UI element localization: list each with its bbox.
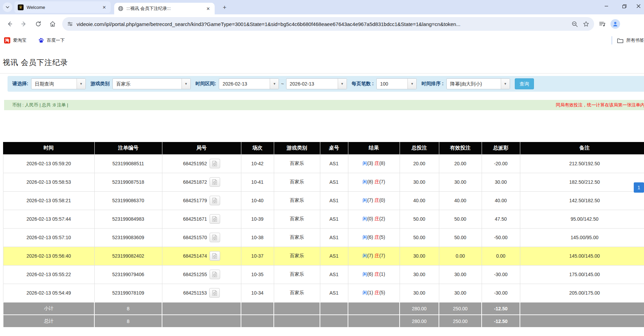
result-banker-value: (7)	[379, 179, 385, 184]
cell-result: 闲(1) 庄(5)	[348, 284, 400, 302]
video-replay-icon[interactable]	[210, 214, 220, 224]
summary-empty	[241, 315, 274, 327]
video-replay-icon[interactable]	[210, 233, 220, 242]
home-icon[interactable]	[46, 18, 59, 30]
cell-payout: 47.50	[482, 210, 520, 228]
result-banker-label: 庄	[374, 253, 379, 258]
cell-valid-bet: 30.00	[439, 173, 482, 191]
tab-search-caret-icon[interactable]	[3, 2, 12, 12]
tab-close-icon[interactable]: ✕	[205, 5, 211, 12]
cell-game-type: 百家乐	[274, 210, 320, 228]
result-banker-value: (5)	[379, 290, 385, 295]
result-banker-value: (2)	[379, 216, 385, 221]
game-type-label: 游戏类别	[91, 81, 110, 87]
address-bar[interactable]: videoie.com/ipl/portal.php/game/betrecor…	[62, 17, 594, 31]
query-type-value: 日期查询	[31, 79, 77, 89]
cell-note: 212.50/192.50	[520, 154, 644, 173]
cell-game-type: 百家乐	[274, 228, 320, 247]
video-replay-icon[interactable]	[209, 288, 220, 298]
bookmark-baidu[interactable]: 百度一下	[38, 37, 65, 43]
profile-avatar[interactable]	[611, 19, 620, 29]
chevron-down-icon[interactable]: ▼	[77, 79, 85, 89]
cell-time: 2026-02-13 05:59:20	[3, 154, 94, 173]
cell-round: 684251255	[162, 265, 241, 284]
round-number: 684251872	[183, 179, 207, 185]
chevron-down-icon[interactable]: ▼	[501, 79, 510, 89]
bookmarks-bar: 淘 爱淘宝 百度一下 所有书签	[0, 34, 644, 47]
summary-left-text: 币别 : 人民币 | 总共 :8 注单 |	[4, 102, 68, 108]
cell-session: 10-34	[241, 284, 274, 302]
cell-bet-id: 523199083609	[94, 228, 162, 247]
browser-toolbar: videoie.com/ipl/portal.php/game/betrecor…	[0, 14, 644, 34]
url-text[interactable]: videoie.com/ipl/portal.php/game/betrecor…	[77, 21, 567, 27]
cell-valid-bet: 30.00	[439, 265, 482, 284]
bookmark-aitaobao[interactable]: 淘 爱淘宝	[4, 37, 26, 43]
game-type-value: 百家乐	[113, 79, 182, 89]
forward-icon[interactable]	[18, 18, 30, 30]
result-banker-value: (5)	[379, 234, 385, 240]
cell-session: 10-38	[241, 228, 274, 247]
site-info-icon[interactable]	[67, 21, 73, 27]
game-type-select[interactable]: 百家乐 ▼	[112, 78, 191, 89]
cell-time: 2026-02-13 05:55:22	[3, 265, 94, 284]
bookmark-star-icon[interactable]	[583, 21, 589, 27]
table-header-row: 时间注单编号局号场次游戏类别桌号结果总投注有效投注总派彩备注	[3, 142, 644, 154]
table-row: 2026-02-13 05:57:44 523199084983 6842516…	[3, 210, 644, 228]
cell-time: 2026-02-13 05:57:44	[3, 210, 94, 228]
cell-note: 205.00/175.00	[520, 284, 644, 302]
zoom-out-icon[interactable]	[572, 21, 578, 27]
back-icon[interactable]	[3, 18, 16, 30]
sort-select[interactable]: 降幂(由大到小) ▼	[446, 78, 510, 89]
cell-result: 闲(7) 庄(7)	[348, 247, 400, 265]
cell-total-bet: 30.00	[400, 173, 439, 191]
date-to-select[interactable]: 2026-02-13 ▼	[286, 78, 347, 89]
new-tab-button[interactable]: +	[220, 3, 229, 12]
tab-welcome[interactable]: ♛ Welcome ✕	[14, 1, 111, 13]
reload-icon[interactable]	[32, 18, 44, 30]
filter-panel: 请选择: 日期查询 ▼ 游戏类别 百家乐 ▼ 时间区间: 2026-02-13 …	[8, 76, 644, 92]
cell-game-type: 百家乐	[274, 284, 320, 302]
chevron-down-icon[interactable]: ▼	[270, 79, 279, 89]
date-from-select[interactable]: 2026-02-13 ▼	[219, 78, 279, 89]
column-header: 时间	[3, 142, 94, 154]
query-type-select[interactable]: 日期查询 ▼	[31, 78, 86, 89]
result-banker-label: 庄	[374, 290, 379, 295]
cell-payout: 30.00	[482, 173, 520, 191]
summary-payout: -12.50	[482, 302, 520, 315]
summary-payout: -12.50	[482, 315, 520, 327]
cell-round: 684251671	[162, 210, 241, 228]
result-player-value: (3)	[367, 160, 373, 166]
summary-label: 小计	[3, 302, 94, 315]
tab-bet-record[interactable]: :::视讯 会员下注纪录::: ✕	[114, 3, 215, 14]
round-number: 684251255	[183, 272, 207, 277]
result-player-label: 闲	[362, 234, 367, 240]
close-button[interactable]	[633, 0, 644, 12]
chevron-down-icon[interactable]: ▼	[407, 79, 416, 89]
chevron-down-icon[interactable]: ▼	[182, 79, 190, 89]
summary-empty	[320, 302, 348, 315]
table-row: 2026-02-13 05:58:21 523199086370 6842517…	[3, 191, 644, 210]
video-replay-icon[interactable]	[210, 270, 220, 279]
video-replay-icon[interactable]	[210, 177, 220, 187]
page-size-select[interactable]: 100 ▼	[376, 78, 417, 89]
column-header: 总派彩	[482, 142, 520, 154]
result-player-value: (7)	[367, 253, 373, 258]
cell-time: 2026-02-13 05:54:49	[3, 284, 94, 302]
video-replay-icon[interactable]	[210, 196, 220, 205]
search-button[interactable]: 查询	[515, 78, 534, 89]
cell-payout: 0.00	[482, 247, 520, 265]
restore-button[interactable]	[615, 0, 633, 12]
playlist-icon[interactable]	[599, 21, 606, 27]
sort-value: 降幂(由大到小)	[447, 79, 501, 89]
chevron-down-icon[interactable]: ▼	[338, 79, 347, 89]
pagination-page-button[interactable]: 1	[634, 182, 644, 193]
summary-empty	[241, 302, 274, 315]
video-replay-icon[interactable]	[210, 159, 220, 168]
all-bookmarks[interactable]: 所有书签	[612, 34, 644, 47]
tab-close-icon[interactable]: ✕	[101, 4, 107, 10]
video-replay-icon[interactable]	[210, 251, 220, 261]
minimize-button[interactable]	[598, 0, 615, 12]
summary-empty	[162, 302, 241, 315]
tab-title: Welcome	[27, 5, 101, 10]
bookmark-label: 爱淘宝	[13, 37, 26, 43]
